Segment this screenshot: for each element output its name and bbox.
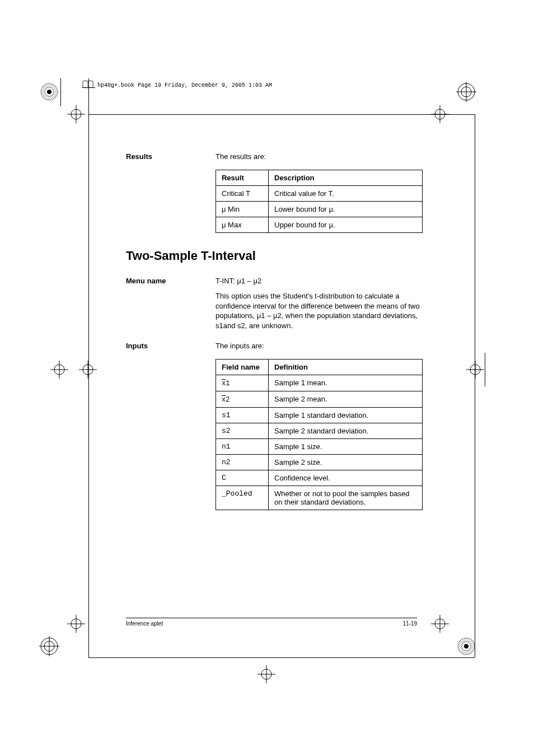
inputs-intro: The inputs are:: [216, 342, 264, 350]
inputs-label: Inputs: [126, 342, 148, 350]
table-row: x1Sample 1 mean.: [216, 375, 423, 391]
crosshair-bot-left: [67, 615, 85, 633]
table-row: x2Sample 2 mean.: [216, 391, 423, 407]
results-label: Results: [126, 152, 152, 161]
crosshair-mid-right: [466, 361, 484, 379]
rule-stub-tl: [60, 78, 61, 106]
crosshair-top-left: [67, 105, 85, 123]
section-heading: Two-Sample T-Interval: [126, 249, 423, 263]
inputs-table: Field name Definition x1Sample 1 mean. x…: [216, 359, 423, 510]
page-rule-bottom: [88, 657, 475, 658]
svg-point-2: [47, 90, 51, 94]
crosshair-mid-left-inner: [79, 361, 97, 379]
table-row: n2Sample 2 size.: [216, 454, 423, 470]
table-row: _PooledWhether or not to pool the sample…: [216, 486, 423, 510]
page-rule-right: [475, 114, 475, 657]
results-header-1: Description: [269, 170, 423, 185]
book-icon: [82, 80, 93, 91]
registration-mark-top-left: [39, 82, 59, 102]
rule-mid-right: [485, 353, 485, 386]
menu-description: This option uses the Student's t-distrib…: [216, 291, 423, 330]
registration-mark-bot-right: [456, 636, 476, 656]
results-header-0: Result: [216, 170, 269, 185]
table-row: μ MinLower bound for μ.: [216, 201, 423, 217]
svg-point-37: [464, 644, 469, 648]
print-header: hp40g+.book Page 19 Friday, December 9, …: [95, 82, 274, 88]
table-row: n1Sample 1 size.: [216, 438, 423, 454]
crosshair-mid-left-outer: [50, 361, 68, 379]
page-rule-top: [88, 114, 475, 115]
menu-name-label: Menu name: [126, 277, 166, 285]
table-row: CConfidence level.: [216, 470, 423, 486]
table-row: μ MaxUpper bound for μ.: [216, 217, 423, 232]
footer-left: Inference aplet: [126, 620, 163, 627]
table-row: s1Sample 1 standard deviation.: [216, 407, 423, 423]
crosshair-bottom-center: [257, 665, 275, 683]
registration-mark-bot-left: [39, 636, 59, 656]
results-intro: The results are:: [216, 152, 266, 161]
crosshair-bot-right: [431, 615, 449, 633]
table-row: s2Sample 2 standard deviation.: [216, 423, 423, 438]
main-content: Results The results are: Result Descript…: [126, 151, 423, 510]
menu-name-value: T-INT: μ1 – μ2: [216, 277, 261, 285]
page-rule-left: [88, 78, 89, 658]
results-table: Result Description Critical TCritical va…: [216, 170, 423, 233]
footer-rule: [126, 618, 417, 618]
inputs-header-0: Field name: [216, 359, 269, 375]
footer-right: 11-19: [402, 620, 417, 627]
table-row: Critical TCritical value for T.: [216, 185, 423, 201]
registration-mark-top-right: [456, 82, 476, 102]
inputs-header-1: Definition: [269, 359, 423, 375]
